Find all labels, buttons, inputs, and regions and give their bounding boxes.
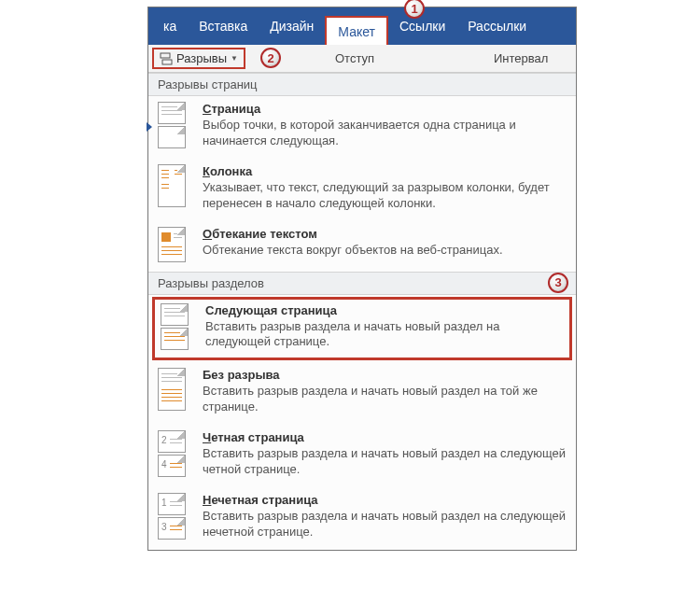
breaks-icon	[160, 52, 173, 65]
section-next-page-title: Следующая страница	[205, 303, 564, 317]
section-odd-page[interactable]: 1 3 Нечетная страница Вставить разрыв ра…	[148, 487, 576, 550]
break-page-desc: Выбор точки, в которой заканчивается одн…	[203, 118, 567, 149]
callout-3: 3	[548, 273, 568, 293]
tab-design[interactable]: Дизайн	[259, 7, 325, 45]
section-continuous-icon	[158, 368, 191, 415]
breaks-button[interactable]: Разрывы ▼	[152, 48, 245, 69]
section-even-page-title: Четная страница	[203, 430, 567, 444]
tab-insert[interactable]: Вставка	[188, 7, 259, 45]
section-even-page-desc: Вставить разрыв раздела и начать новый р…	[203, 446, 567, 478]
section-next-page-icon	[161, 303, 194, 351]
callout-2: 2	[260, 48, 281, 68]
break-column-icon	[158, 164, 191, 212]
word-layout-breaks-panel: ка Вставка Дизайн Макет Ссылки Рассылки …	[147, 7, 577, 551]
break-page-icon	[158, 102, 191, 149]
section-next-page[interactable]: Следующая страница Вставить разрыв разде…	[152, 297, 572, 361]
section-next-page-desc: Вставить разрыв раздела и начать новый р…	[205, 319, 564, 351]
break-textwrap-icon	[158, 227, 191, 262]
tab-mailings[interactable]: Рассылки	[456, 7, 538, 45]
break-column-title: Колонка	[203, 164, 567, 178]
current-marker-icon	[147, 122, 152, 132]
dropdown-arrow-icon: ▼	[231, 54, 238, 63]
ribbon-tabs: ка Вставка Дизайн Макет Ссылки Рассылки …	[148, 7, 576, 45]
section-even-page[interactable]: 2 4 Четная страница Вставить разрыв разд…	[148, 425, 576, 487]
svg-rect-1	[162, 60, 172, 64]
break-page[interactable]: Страница Выбор точки, в которой заканчив…	[148, 96, 576, 159]
tab-layout[interactable]: Макет	[325, 16, 388, 46]
group-page-breaks: Разрывы страниц	[148, 73, 576, 96]
section-even-page-icon: 2 4	[158, 430, 191, 478]
tab-partial[interactable]: ка	[152, 7, 188, 45]
layout-toolbar: Разрывы ▼ 2 Отступ Интервал	[148, 45, 576, 73]
section-continuous[interactable]: Без разрыва Вставить разрыв раздела и на…	[148, 362, 576, 425]
indent-label: Отступ	[335, 51, 374, 65]
breaks-button-label: Разрывы	[176, 51, 227, 65]
spacing-label: Интервал	[494, 51, 548, 65]
section-continuous-desc: Вставить разрыв раздела и начать новый р…	[203, 384, 567, 415]
break-page-title: Страница	[203, 102, 567, 116]
group-section-breaks: Разрывы разделов 3	[148, 272, 576, 295]
section-odd-page-desc: Вставить разрыв раздела и начать новый р…	[203, 509, 567, 540]
break-textwrap[interactable]: Обтекание текстом Обтекание текста вокру…	[148, 221, 576, 272]
section-continuous-title: Без разрыва	[203, 368, 567, 382]
svg-rect-0	[161, 53, 170, 58]
section-odd-page-title: Нечетная страница	[203, 493, 567, 507]
breaks-dropdown: Разрывы страниц Страница Выбор точки, в …	[148, 73, 576, 550]
break-textwrap-title: Обтекание текстом	[203, 227, 567, 241]
break-column-desc: Указывает, что текст, следующий за разры…	[203, 180, 567, 212]
break-column[interactable]: Колонка Указывает, что текст, следующий …	[148, 159, 576, 221]
section-odd-page-icon: 1 3	[158, 493, 191, 540]
break-textwrap-desc: Обтекание текста вокруг объектов на веб-…	[203, 243, 567, 259]
